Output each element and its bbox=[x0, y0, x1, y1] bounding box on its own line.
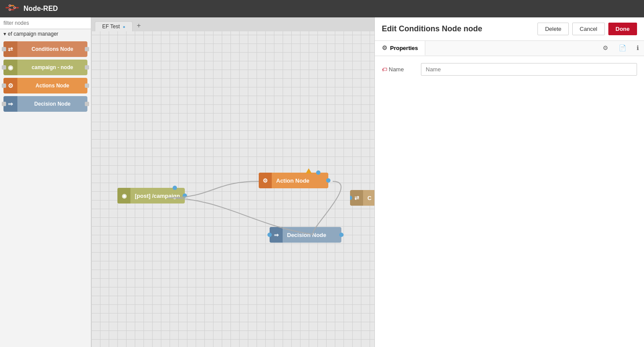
name-field-row: 🏷 Name bbox=[382, 63, 637, 76]
canvas-area[interactable]: EF Test ● + bbox=[91, 17, 374, 347]
sidebar-item-campaign[interactable]: ◉ campaign - node bbox=[3, 60, 87, 75]
sidebar-category[interactable]: ▾ ef campaign manager bbox=[0, 29, 91, 39]
port-right bbox=[326, 178, 330, 183]
svg-rect-0 bbox=[6, 7, 10, 8]
tab-properties[interactable]: ⚙ Properties bbox=[375, 41, 425, 56]
decision-label: Decision Node bbox=[17, 101, 87, 107]
flow-conditions-partial[interactable]: ⇄ C bbox=[350, 190, 374, 206]
name-tag-icon: 🏷 bbox=[382, 67, 387, 73]
tab-settings-icon[interactable]: ⚙ bbox=[597, 41, 614, 56]
tab-doc-icon[interactable]: 📄 bbox=[614, 41, 631, 56]
category-arrow: ▾ bbox=[3, 31, 6, 37]
campaign-flow-label: [post] /campaign bbox=[130, 193, 184, 199]
port-right bbox=[85, 102, 89, 106]
flow-campaign-node[interactable]: ◉ [post] /campaign bbox=[117, 188, 185, 204]
port-left bbox=[2, 102, 6, 106]
actions-label: Actions Node bbox=[17, 83, 87, 89]
cancel-button[interactable]: Cancel bbox=[572, 23, 604, 35]
properties-tab-label: Properties bbox=[390, 45, 418, 51]
sidebar: ▾ ef campaign manager ⇄ Conditions Node … bbox=[0, 17, 91, 347]
port-left bbox=[267, 233, 272, 237]
conditions-label: Conditions Node bbox=[17, 46, 87, 52]
action-label: Action Node bbox=[272, 177, 314, 184]
port-left bbox=[2, 65, 6, 70]
flow-canvas[interactable]: ⚙ Action Node ◉ [post] /campaign ⇒ Decis… bbox=[91, 31, 374, 347]
sidebar-item-conditions[interactable]: ⇄ Conditions Node bbox=[3, 41, 87, 57]
add-tab-button[interactable]: + bbox=[134, 21, 143, 30]
warning-indicator bbox=[306, 168, 312, 175]
port-right bbox=[339, 233, 344, 237]
port-left bbox=[2, 83, 6, 88]
sidebar-item-decision[interactable]: ⇒ Decision Node bbox=[3, 96, 87, 112]
search-input[interactable] bbox=[0, 17, 91, 29]
category-label: ef campaign manager bbox=[8, 31, 58, 37]
header: Node-RED bbox=[0, 0, 644, 17]
sidebar-item-actions[interactable]: ⚙ Actions Node bbox=[3, 78, 87, 93]
right-panel: Edit Conditions Node node Delete Cancel … bbox=[374, 17, 644, 347]
main-layout: ▾ ef campaign manager ⇄ Conditions Node … bbox=[0, 17, 644, 347]
panel-buttons: Delete Cancel Done bbox=[537, 23, 637, 35]
sidebar-nodes: ⇄ Conditions Node ◉ campaign - node ⚙ Ac… bbox=[0, 39, 91, 114]
port-right bbox=[85, 83, 89, 88]
port-right bbox=[183, 194, 187, 198]
name-label-text: Name bbox=[389, 66, 404, 73]
conditions-partial-label: C bbox=[363, 195, 374, 201]
node-red-logo bbox=[5, 4, 19, 13]
panel-body: 🏷 Name bbox=[375, 56, 644, 347]
delete-button[interactable]: Delete bbox=[537, 23, 569, 35]
app-title: Node-RED bbox=[23, 5, 58, 13]
panel-header: Edit Conditions Node node Delete Cancel … bbox=[375, 17, 644, 41]
campaign-label: campaign - node bbox=[17, 64, 87, 70]
action-icon: ⚙ bbox=[259, 173, 272, 188]
name-label: 🏷 Name bbox=[382, 66, 417, 73]
campaign-flow-icon: ◉ bbox=[117, 188, 130, 204]
svg-point-6 bbox=[13, 7, 16, 9]
svg-point-5 bbox=[9, 9, 11, 11]
svg-point-4 bbox=[9, 5, 11, 7]
tab-label: EF Test bbox=[102, 23, 120, 30]
panel-title: Edit Conditions Node node bbox=[382, 24, 482, 33]
port-top bbox=[316, 170, 320, 175]
port-right bbox=[85, 65, 89, 70]
done-button[interactable]: Done bbox=[608, 23, 637, 35]
svg-marker-7 bbox=[306, 168, 312, 174]
name-input[interactable] bbox=[421, 63, 637, 76]
tab-bar: EF Test ● + bbox=[91, 17, 374, 31]
tab-info-icon[interactable]: ℹ bbox=[631, 41, 644, 56]
port-left bbox=[2, 47, 6, 51]
flow-action-node[interactable]: ⚙ Action Node bbox=[259, 173, 328, 188]
port-right bbox=[85, 47, 89, 51]
flow-decision-node[interactable]: ⇒ Decision Node bbox=[270, 227, 341, 243]
canvas-tab[interactable]: EF Test ● bbox=[95, 21, 133, 31]
properties-gear-icon: ⚙ bbox=[382, 44, 387, 51]
port-top bbox=[173, 186, 177, 190]
panel-tabs: ⚙ Properties ⚙ 📄 ℹ bbox=[375, 41, 644, 56]
decision-flow-label: Decision Node bbox=[283, 232, 330, 238]
